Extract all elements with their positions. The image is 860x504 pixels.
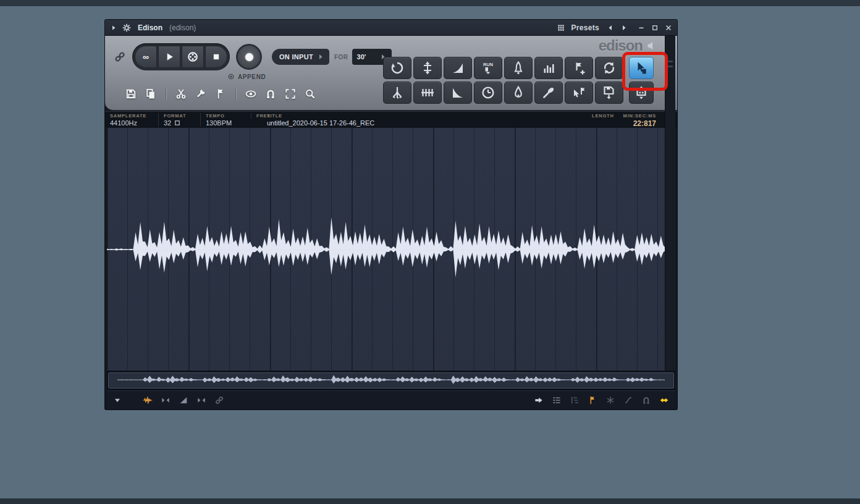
slide-icon[interactable]	[623, 395, 633, 405]
select-icon[interactable]	[284, 88, 297, 100]
blur-button[interactable]	[504, 82, 533, 104]
tools-icon[interactable]	[195, 88, 207, 100]
equalize-icon	[420, 85, 435, 100]
slice-markers-button[interactable]	[565, 82, 593, 104]
follow-playback-icon[interactable]	[534, 395, 544, 405]
record-mode-label: ON INPUT	[279, 53, 313, 61]
copy-icon[interactable]	[145, 88, 157, 100]
close-icon[interactable]	[665, 24, 672, 32]
window-title: Edison	[138, 23, 162, 32]
regions-list-icon[interactable]	[552, 395, 562, 405]
markers-list-icon[interactable]	[570, 395, 580, 405]
loop-icon: ∞	[140, 51, 152, 63]
denoise-brush-button[interactable]	[534, 82, 563, 104]
tool-grid: RUN	[383, 57, 654, 104]
waveform-overview-scrollbar[interactable]	[108, 372, 674, 388]
window-menu-icon[interactable]	[110, 24, 117, 32]
length-label-block: LENGTH	[592, 113, 614, 119]
plugin-settings-icon[interactable]	[122, 23, 132, 33]
send-to-playlist-button[interactable]	[629, 82, 654, 104]
svg-text:RUN: RUN	[483, 62, 493, 67]
run-script-button[interactable]: RUN	[474, 57, 502, 79]
reverse-button[interactable]	[383, 57, 411, 79]
presets-label[interactable]: Presets	[571, 23, 599, 32]
zoom-icon[interactable]	[304, 88, 316, 100]
reverb-icon	[511, 61, 526, 75]
svg-text:∞: ∞	[143, 52, 149, 62]
send-to-playlist-icon	[634, 85, 649, 100]
stop-button[interactable]	[205, 46, 227, 68]
snap-icon[interactable]	[264, 88, 277, 100]
fade-in-icon	[450, 61, 465, 75]
units-label: MIN:SEC:MS	[613, 113, 656, 119]
freeze-icon[interactable]	[605, 395, 615, 405]
options-caret-icon[interactable]	[113, 396, 122, 405]
record-mode-dropdown[interactable]: ON INPUT	[272, 49, 329, 65]
stop-icon	[210, 51, 222, 63]
plugin-grid-icon[interactable]	[557, 23, 565, 32]
stats-button[interactable]	[534, 57, 563, 79]
toolbar-panel: ∞ ON INPUT FOR 30' APPEND RUN edison	[105, 36, 677, 111]
fade-out-button[interactable]	[444, 82, 472, 104]
view-icon[interactable]	[245, 88, 257, 100]
window-title-instance: (edison)	[169, 23, 196, 32]
samplerate-value[interactable]: 44100Hz	[110, 119, 146, 127]
loop-button[interactable]: ∞	[135, 46, 157, 68]
time-stretch-button[interactable]	[474, 82, 502, 104]
link-playback-icon[interactable]	[214, 395, 224, 405]
record-roll-button[interactable]	[182, 46, 204, 68]
drag-copy-sample-button[interactable]	[629, 57, 654, 79]
format-value[interactable]: 32	[164, 119, 171, 127]
snap-magnet-icon[interactable]	[641, 395, 651, 405]
claw-button[interactable]	[383, 82, 411, 104]
titlebar: Edison (edison) Presets	[105, 20, 677, 36]
record-button[interactable]	[236, 44, 262, 70]
marker-flag-icon[interactable]	[588, 395, 597, 405]
record-dot-icon	[245, 53, 253, 61]
cut-icon[interactable]	[175, 88, 187, 100]
record-roll-icon	[187, 51, 199, 63]
autoscroll-ramp-icon[interactable]	[179, 395, 188, 405]
wave-view-icon[interactable]	[143, 395, 153, 405]
toolbar-divider	[166, 88, 166, 99]
refresh-button[interactable]	[595, 57, 623, 79]
minimize-icon[interactable]	[638, 24, 645, 32]
preset-next-icon[interactable]	[620, 24, 628, 32]
scrollbar-row	[107, 371, 675, 390]
denoise-brush-icon	[541, 85, 556, 100]
play-button[interactable]	[158, 46, 180, 68]
duration-value: 30'	[357, 53, 366, 61]
reverse-icon	[390, 61, 405, 75]
vertical-zoom-strip[interactable]	[665, 36, 675, 371]
zoom-selection-icon[interactable]	[161, 395, 171, 405]
for-label: FOR	[334, 54, 348, 61]
reverb-button[interactable]	[504, 57, 533, 79]
samplerate-block: SAMPLERATE 44100Hz	[110, 113, 146, 127]
save-icon[interactable]	[125, 88, 137, 100]
fade-in-button[interactable]	[444, 57, 472, 79]
normalize-button[interactable]	[413, 57, 442, 79]
speaker-icon	[646, 40, 657, 51]
loop-selection-icon[interactable]	[659, 395, 669, 405]
link-icon[interactable]	[114, 51, 126, 63]
format-label: FORMAT	[164, 113, 186, 119]
preset-prev-icon[interactable]	[607, 24, 614, 32]
zoom-out-selection-icon[interactable]	[196, 395, 206, 405]
sample-title-value[interactable]: untitled_2020-06-15 17-26-46_REC	[267, 119, 374, 127]
refresh-icon	[602, 61, 617, 75]
marker-icon[interactable]	[214, 88, 227, 100]
scroll-right-icon[interactable]	[665, 373, 673, 380]
waveform-graphic	[107, 209, 675, 290]
waveform-display[interactable]	[107, 128, 675, 371]
maximize-icon[interactable]	[651, 24, 659, 32]
normalize-icon	[420, 61, 435, 75]
save-as-icon	[602, 85, 617, 100]
add-marker-button[interactable]	[565, 57, 593, 79]
length-label: LENGTH	[592, 113, 614, 119]
save-as-button[interactable]	[595, 82, 623, 104]
screenshot-bottom-strip	[0, 498, 860, 504]
append-radio[interactable]: APPEND	[227, 73, 266, 80]
tempo-value[interactable]: 130BPM	[206, 119, 232, 127]
scroll-left-icon[interactable]	[109, 373, 117, 380]
equalize-button[interactable]	[413, 82, 442, 104]
